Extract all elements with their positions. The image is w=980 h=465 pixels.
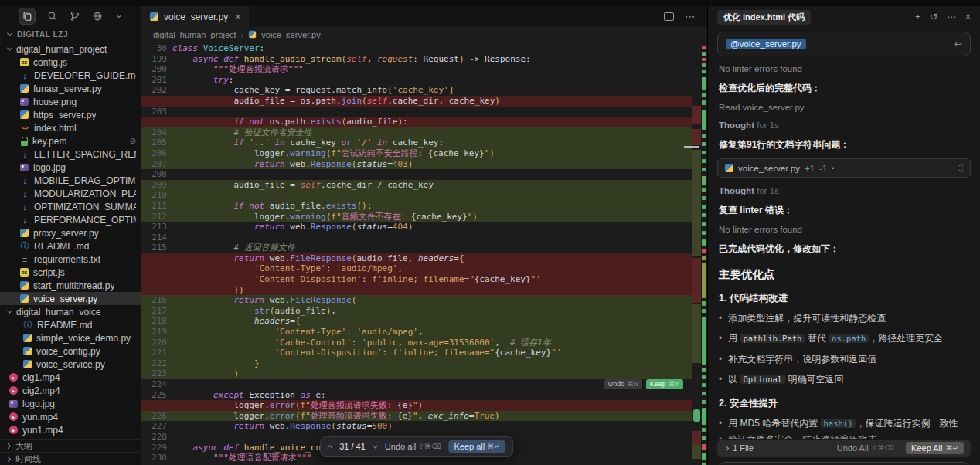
file-item-yun-mp4[interactable]: ▶yun.mp4 [0, 410, 141, 423]
files-icon[interactable] [19, 8, 36, 25]
line-number: 210 [141, 190, 167, 201]
code-line: 202 cache_key = request.match_info['cach… [141, 85, 692, 96]
file-item-performance-optimiza-[interactable]: ↓PERFORMANCE_OPTIMIZA... [0, 213, 141, 226]
file-label: funasr_server.py [33, 83, 102, 94]
thought-row[interactable]: Thought for 1s [719, 186, 969, 195]
keep-change-button[interactable]: Keep⌘Y [646, 379, 683, 389]
thought-row[interactable]: Thought for 1s [719, 120, 969, 130]
chevron-down-icon [7, 46, 12, 51]
line-number: 219 [141, 327, 167, 338]
file-item-start-multithread-py[interactable]: start_multithread.py [0, 279, 141, 292]
file-item-simple-voice-demo-py[interactable]: simple_voice_demo.py [0, 331, 141, 345]
info-file-icon: ⓘ [20, 242, 29, 251]
file-item-voice-config-py[interactable]: voice_config.py [0, 345, 141, 358]
file-item-house-png[interactable]: house.png [0, 95, 141, 108]
assistant-text: 修复第91行的文档字符串问题： [719, 138, 969, 151]
diff-ruler-mark [702, 176, 706, 185]
file-item-index-html[interactable]: <>index.html [0, 121, 141, 134]
read-file-status[interactable]: Read voice_server.py [719, 103, 969, 112]
line-number: 223 [141, 368, 167, 379]
keep-all-files-button[interactable]: Keep All⌘↵ [906, 442, 964, 454]
diff-ruler-mark [702, 453, 706, 460]
chevron-down-icon[interactable] [114, 12, 124, 21]
file-item-requirements-txt[interactable]: ≡requirements.txt [0, 253, 141, 266]
expand-icon[interactable] [959, 164, 963, 172]
file-label: OPTIMIZATION_SUMMARY.... [34, 202, 136, 212]
file-tree[interactable]: digital_human_projectJSconfig.js↓DEVELOP… [0, 42, 141, 439]
folder-item-digital-human-project[interactable]: digital_human_project [0, 42, 141, 56]
chevron-right-icon[interactable] [723, 446, 729, 451]
user-message[interactable]: @voice_server.py ↩ [717, 32, 971, 56]
source-control-icon[interactable] [70, 11, 80, 22]
chat-composer[interactable]: @ ⊙1 Tab 21% Plan, search, build anythin… [717, 462, 971, 465]
file-item-voice-service-py[interactable]: voice_service.py [0, 358, 141, 371]
next-diff-icon[interactable] [373, 443, 378, 448]
file-item-modularization-plan-md[interactable]: ↓MODULARIZATION_PLAN.md [0, 187, 141, 200]
breadcrumb: digital_human_project › voice_server.py [141, 27, 707, 42]
diff-ruler-mark [702, 249, 706, 253]
file-item-cig1-mp4[interactable]: ▶cig1.mp4 [0, 371, 141, 384]
file-item-optimization-summary-[interactable]: ↓OPTIMIZATION_SUMMARY.... [0, 200, 141, 213]
file-item-mobile-drag-optimizati-[interactable]: ↓MOBILE_DRAG_OPTIMIZATI... [0, 174, 141, 187]
md-file-icon: ↓ [20, 150, 29, 159]
breadcrumb-folder[interactable]: digital_human_project [153, 30, 236, 39]
file-item-logo-jpg[interactable]: logo.jpg [0, 397, 141, 410]
panel-more-icon[interactable]: ⋯ [947, 12, 956, 22]
code-line: 221 'Content-Disposition': f'inline; fil… [141, 348, 692, 358]
undo-all-button[interactable]: Undo all⇧⌘⌫ [385, 442, 441, 451]
prev-diff-icon[interactable] [327, 445, 332, 450]
file-item-readme-md[interactable]: ⓘREADME.md [0, 239, 141, 253]
edited-file-chip[interactable]: voice_server.py +1 -1 • [717, 158, 971, 178]
line-number: 216 [141, 295, 167, 306]
file-item-yun1-mp4[interactable]: ▶yun1.mp4 [0, 423, 141, 436]
keep-all-button[interactable]: Keep all⌘↵ [448, 440, 505, 453]
file-item-proxy-server-py[interactable]: proxy_server.py [0, 226, 141, 239]
line-number: 202 [141, 85, 167, 96]
file-item-cig2-mp4[interactable]: ▶cig2.mp4 [0, 384, 141, 397]
undo-change-button[interactable]: Undo⌘N [604, 379, 642, 389]
timeline-section[interactable]: 时间线 [0, 452, 141, 465]
file-item-voice-server-py[interactable]: voice_server.py [0, 292, 141, 305]
timeline-label: 时间线 [15, 453, 41, 465]
tab-voice-server[interactable]: voice_server.py × [141, 6, 249, 27]
panel-close-icon[interactable]: × [965, 12, 971, 22]
tab-close-icon[interactable]: × [235, 12, 240, 22]
file-mention-chip[interactable]: @voice_server.py [726, 39, 806, 49]
file-item-https-server-py[interactable]: https_server.py [0, 108, 141, 121]
restore-checkpoint-icon[interactable]: ↩ [954, 39, 962, 49]
file-item-logo-jpg[interactable]: logo.jpg [0, 161, 141, 174]
code-editor[interactable]: 30class VoiceServer:199 async def handle… [141, 42, 692, 465]
history-icon[interactable]: ↺ [930, 12, 937, 22]
folder-item-digital-human-voice[interactable]: digital_human_voice [0, 305, 141, 318]
editor-more-icon[interactable]: ⋯ [685, 11, 695, 22]
outline-section[interactable]: 大纲 [0, 439, 141, 452]
chat-title[interactable]: 优化 index.html 代码 [717, 10, 811, 25]
search-icon[interactable] [47, 11, 58, 22]
file-item-funasr-server-py[interactable]: funasr_server.py [0, 82, 141, 95]
split-editor-icon[interactable] [664, 12, 674, 21]
file-item-script-js[interactable]: JSscript.js [0, 266, 141, 279]
globe-icon[interactable] [92, 11, 103, 22]
js-file-icon: JS [20, 268, 29, 277]
chevron-down-icon [7, 308, 12, 314]
file-item-developer-guide-md[interactable]: ↓DEVELOPER_GUIDE.md [0, 69, 141, 82]
file-item-config-js[interactable]: JSconfig.js [0, 56, 141, 69]
line-number: 199 [141, 54, 167, 65]
new-chat-icon[interactable]: + [915, 12, 920, 22]
diff-ruler-mark [702, 151, 706, 154]
file-label: digital_human_project [16, 44, 107, 55]
diff-ruler-mark [702, 159, 706, 163]
minimap[interactable] [692, 42, 701, 465]
file-item-readme-md[interactable]: ⓘREADME.md [0, 318, 141, 331]
breadcrumb-file[interactable]: voice_server.py [261, 30, 320, 39]
undo-all-files-button[interactable]: Undo All⇧⌘⌫ [837, 443, 894, 453]
file-label: voice_server.py [33, 294, 97, 304]
workspace-header[interactable]: DIGITAL LZJ [0, 26, 141, 42]
code-line: 213 return web.Response(status=404) [141, 222, 692, 232]
file-item-key-pem[interactable]: key.pem⊘ [0, 134, 141, 148]
video-file-icon: ▶ [9, 373, 18, 382]
diff-ruler-mark [702, 196, 706, 200]
file-item-letter-spacing-remov-[interactable]: ↓LETTER_SPACING_REMOV... [0, 148, 141, 161]
bullet-item: •以 Optional 明确可空返回 [719, 373, 969, 386]
diff-ruler-mark [702, 436, 706, 440]
